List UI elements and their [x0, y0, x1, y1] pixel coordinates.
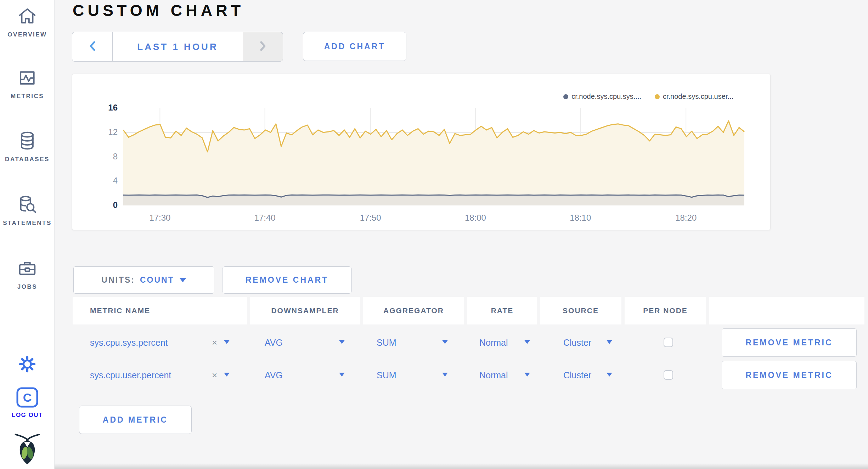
y-tick-label: 4 — [93, 176, 118, 186]
x-tick-label: 17:40 — [254, 213, 276, 223]
chart-legend: cr.node.sys.cpu.sys.... cr.node.sys.cpu.… — [563, 92, 733, 101]
cockroach-logo — [0, 433, 55, 467]
aggregator-caret-icon[interactable] — [442, 373, 448, 377]
table-row: sys.cpu.sys.percent × AVG SUM Normal Clu… — [73, 328, 864, 357]
sidebar-item-label: METRICS — [0, 93, 55, 100]
column-header-metric-name: METRIC NAME — [73, 297, 247, 324]
x-tick-label: 18:00 — [465, 213, 486, 223]
statements-icon — [16, 193, 38, 217]
sidebar-item-label: DATABASES — [0, 156, 55, 163]
cockroach-c-icon: C — [16, 387, 39, 409]
y-tick-label: 16 — [93, 103, 118, 113]
legend-item-sys[interactable]: cr.node.sys.cpu.sys.... — [563, 92, 641, 101]
briefcase-icon — [16, 257, 38, 281]
source-caret-icon[interactable] — [607, 373, 612, 377]
y-tick-label: 12 — [93, 127, 118, 137]
y-tick-label: 8 — [93, 152, 118, 162]
time-window-next-button[interactable] — [243, 32, 283, 62]
gear-icon — [17, 354, 37, 375]
x-tick-label: 17:30 — [149, 213, 170, 223]
y-tick-label: 0 — [93, 200, 118, 210]
legend-label: cr.node.sys.cpu.user... — [663, 92, 733, 101]
settings-button[interactable] — [0, 354, 55, 375]
clear-metric-icon[interactable]: × — [212, 361, 217, 389]
sidebar-item-jobs[interactable]: JOBS — [0, 257, 55, 290]
sidebar-item-label: OVERVIEW — [0, 31, 55, 38]
add-metric-button[interactable]: ADD METRIC — [79, 406, 192, 434]
sidebar-item-databases[interactable]: DATABASES — [0, 130, 55, 163]
downsampler-caret-icon[interactable] — [339, 373, 345, 377]
svg-text:C: C — [23, 391, 32, 404]
sidebar-item-statements[interactable]: STATEMENTS — [0, 193, 55, 227]
downsampler-caret-icon[interactable] — [339, 340, 345, 344]
chevron-right-icon — [259, 41, 267, 53]
logout-label: LOG OUT — [0, 412, 55, 419]
time-window-value[interactable]: LAST 1 HOUR — [112, 32, 243, 62]
per-node-checkbox[interactable] — [664, 338, 673, 347]
logout-button[interactable]: C LOG OUT — [0, 387, 55, 419]
page-title: CUSTOM CHART — [73, 1, 244, 20]
metric-dropdown-caret-icon[interactable] — [224, 373, 230, 377]
rate-value[interactable]: Normal — [479, 361, 508, 389]
sidebar-item-label: STATEMENTS — [0, 220, 55, 227]
sidebar: OVERVIEW METRICS DATABASES — [0, 0, 55, 469]
aggregator-caret-icon[interactable] — [442, 340, 448, 344]
aggregator-value[interactable]: SUM — [377, 361, 396, 389]
chevron-down-icon — [179, 278, 186, 282]
downsampler-value[interactable]: AVG — [265, 328, 283, 357]
units-dropdown[interactable]: UNITS: COUNT — [73, 266, 214, 294]
units-label: UNITS: — [101, 275, 135, 285]
column-header-aggregator: AGGREGATOR — [363, 297, 464, 324]
cockroach-bug-icon — [12, 433, 43, 467]
source-caret-icon[interactable] — [607, 340, 612, 344]
source-value[interactable]: Cluster — [563, 328, 591, 357]
legend-dot-icon — [563, 94, 568, 99]
x-tick-label: 18:10 — [570, 213, 591, 223]
column-header-downsampler: DOWNSAMPLER — [250, 297, 360, 324]
per-node-checkbox[interactable] — [664, 370, 673, 380]
remove-metric-button[interactable]: REMOVE METRIC — [722, 361, 857, 389]
aggregator-value[interactable]: SUM — [377, 328, 396, 357]
chevron-left-icon — [89, 41, 96, 53]
time-window-prev-button[interactable] — [72, 32, 112, 62]
rate-value[interactable]: Normal — [479, 328, 508, 357]
units-value: COUNT — [140, 275, 174, 285]
clear-metric-icon[interactable]: × — [212, 328, 217, 357]
legend-label: cr.node.sys.cpu.sys.... — [571, 92, 641, 101]
metric-name-value[interactable]: sys.cpu.sys.percent — [90, 328, 168, 357]
add-chart-button[interactable]: ADD CHART — [303, 32, 406, 61]
database-icon — [17, 130, 38, 153]
chart-card: 0481216 17:3017:4017:5018:0018:1018:20 c… — [72, 74, 771, 230]
time-window-selector: LAST 1 HOUR — [72, 32, 283, 62]
x-tick-label: 18:20 — [675, 213, 697, 223]
bottom-scroll-shadow — [55, 463, 868, 469]
column-header-source: SOURCE — [540, 297, 621, 324]
column-header-per-node: PER NODE — [625, 297, 706, 324]
metric-name-value[interactable]: sys.cpu.user.percent — [90, 361, 171, 389]
home-icon — [16, 5, 38, 28]
rate-caret-icon[interactable] — [524, 373, 530, 377]
source-value[interactable]: Cluster — [563, 361, 591, 389]
sidebar-item-metrics[interactable]: METRICS — [0, 67, 55, 100]
column-header-rate: RATE — [467, 297, 537, 324]
table-row: sys.cpu.user.percent × AVG SUM Normal Cl… — [73, 361, 864, 389]
sidebar-item-overview[interactable]: OVERVIEW — [0, 5, 55, 38]
x-tick-label: 17:50 — [360, 213, 381, 223]
column-header-actions — [709, 297, 864, 324]
legend-dot-icon — [655, 94, 660, 99]
metric-dropdown-caret-icon[interactable] — [224, 340, 230, 344]
remove-chart-button[interactable]: REMOVE CHART — [222, 266, 352, 294]
sidebar-item-label: JOBS — [0, 283, 55, 290]
rate-caret-icon[interactable] — [524, 340, 530, 344]
downsampler-value[interactable]: AVG — [265, 361, 283, 389]
metrics-icon — [17, 67, 38, 90]
legend-item-user[interactable]: cr.node.sys.cpu.user... — [655, 92, 733, 101]
remove-metric-button[interactable]: REMOVE METRIC — [722, 328, 857, 357]
